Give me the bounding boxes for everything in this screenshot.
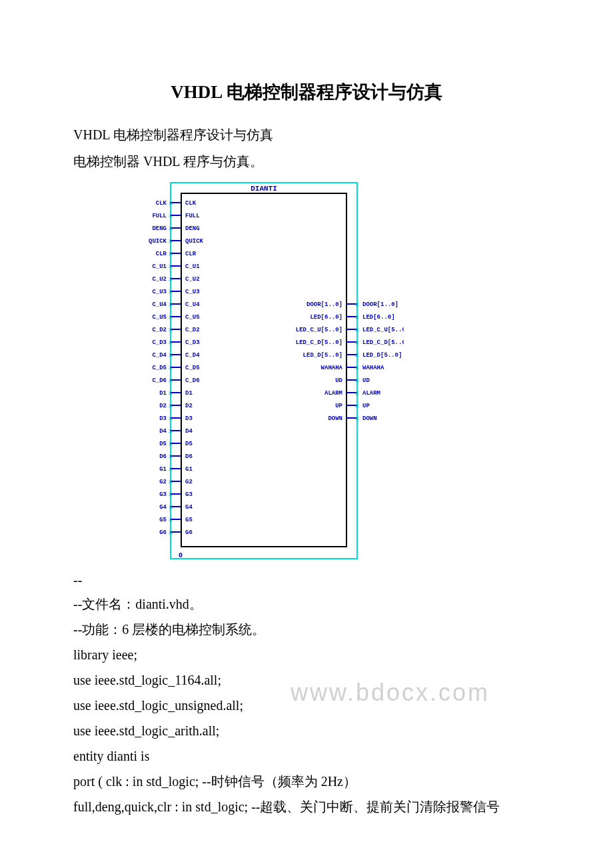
input-label-inner: G2 — [185, 479, 193, 485]
svg-text:✕: ✕ — [355, 415, 360, 423]
input-label-outer: FULL — [152, 213, 167, 219]
dash-separator: -- — [73, 568, 540, 592]
output-label-inner: ALARM — [324, 390, 342, 397]
input-label-inner: C_D3 — [185, 339, 200, 346]
input-label-inner: C_D2 — [185, 327, 200, 333]
inputs-group: CLK✕CLKFULL✕FULLDENG✕DENGQUICK✕QUICKCLR✕… — [149, 199, 204, 537]
output-label-outer: LED_C_D[5..0] — [362, 339, 404, 346]
input-label-inner: D1 — [185, 390, 193, 397]
input-label-inner: D2 — [185, 403, 193, 409]
input-label-inner: CLK — [185, 200, 197, 207]
input-label-outer: CLR — [156, 251, 167, 257]
diagram-title: DIANTI — [251, 185, 277, 193]
svg-text:✕: ✕ — [355, 339, 360, 347]
input-label-inner: C_U1 — [185, 263, 200, 270]
intro-line-2: 电梯控制器 VHDL 程序与仿真。 — [73, 149, 540, 173]
code-line-3: library ieee; — [73, 643, 540, 667]
code-line-8: port ( clk : in std_logic; --时钟信号（频率为 2H… — [73, 769, 540, 793]
input-label-inner: C_D4 — [185, 352, 200, 359]
output-label-inner: LED_C_U[5..0] — [296, 327, 342, 333]
code-line-4: use ieee.std_logic_1164.all; — [73, 668, 540, 692]
svg-text:✕: ✕ — [355, 364, 360, 372]
input-label-outer: D2 — [159, 403, 167, 409]
input-label-outer: C_U3 — [152, 289, 167, 295]
input-label-outer: QUICK — [149, 238, 167, 245]
svg-text:✕: ✕ — [355, 301, 360, 309]
input-label-inner: C_U2 — [185, 276, 200, 283]
svg-text:✕: ✕ — [355, 313, 360, 321]
input-label-inner: D3 — [185, 415, 193, 422]
input-label-outer: C_U2 — [152, 276, 167, 283]
svg-text:✕: ✕ — [355, 377, 360, 385]
input-label-inner: G6 — [185, 529, 193, 536]
input-label-outer: C_U4 — [152, 301, 167, 308]
input-label-inner: G4 — [185, 504, 193, 511]
svg-text:✕: ✕ — [355, 326, 360, 334]
input-label-inner: D4 — [185, 428, 193, 435]
output-label-outer: LED_D[5..0] — [362, 352, 402, 359]
input-label-outer: DENG — [152, 225, 167, 232]
input-label-inner: G1 — [185, 466, 193, 473]
input-label-outer: C_D4 — [152, 352, 167, 359]
input-label-outer: G6 — [159, 529, 167, 536]
zero-label: 0 — [179, 552, 183, 559]
output-label-inner: DOWN — [328, 415, 342, 422]
output-label-inner: LED_C_D[5..0] — [296, 339, 342, 346]
output-label-outer: UD — [362, 377, 370, 384]
input-label-inner: D6 — [185, 453, 193, 460]
input-label-inner: CLR — [185, 251, 197, 257]
block-diagram: www.bdocx.com DIANTI CLK✕CLKFULL✕FULLDEN… — [124, 181, 540, 564]
page-title: VHDL 电梯控制器程序设计与仿真 — [73, 80, 540, 104]
output-label-outer: LED_C_U[5..0] — [362, 327, 404, 333]
output-label-outer: LED[6..0] — [362, 314, 395, 321]
input-label-outer: CLK — [156, 200, 167, 207]
input-label-inner: C_U3 — [185, 289, 200, 295]
intro-line-1: VHDL 电梯控制器程序设计与仿真 — [73, 123, 540, 147]
input-label-inner: C_U5 — [185, 314, 200, 321]
input-label-inner: C_D5 — [185, 365, 200, 371]
code-line-6: use ieee.std_logic_arith.all; — [73, 719, 540, 743]
output-label-inner: DOOR[1..0] — [306, 301, 342, 308]
input-label-outer: G2 — [159, 479, 167, 485]
input-label-outer: C_U1 — [152, 263, 167, 270]
svg-text:✕: ✕ — [355, 351, 360, 359]
code-line-2: --功能：6 层楼的电梯控制系统。 — [73, 617, 540, 641]
output-label-outer: ALARM — [362, 390, 380, 397]
input-label-outer: G4 — [159, 504, 167, 511]
output-label-inner: LED[6..0] — [310, 314, 342, 321]
output-label-outer: UP — [362, 403, 370, 409]
input-label-outer: C_U5 — [152, 314, 167, 321]
code-line-9: full,deng,quick,clr : in std_logic; --超载… — [73, 795, 540, 819]
output-label-inner: UD — [335, 377, 342, 384]
output-label-inner: LED_D[5..0] — [303, 352, 342, 359]
input-label-outer: C_D2 — [152, 327, 167, 333]
input-label-inner: D5 — [185, 441, 193, 447]
input-label-outer: G5 — [159, 517, 167, 523]
input-label-inner: G3 — [185, 491, 193, 498]
code-line-5: use ieee.std_logic_unsigned.all; — [73, 693, 540, 717]
code-line-7: entity dianti is — [73, 744, 540, 768]
input-label-inner: DENG — [185, 225, 200, 232]
output-label-inner: UP — [335, 403, 342, 409]
input-label-outer: D3 — [159, 415, 167, 422]
output-label-outer: DOOR[1..0] — [362, 301, 398, 308]
input-label-outer: D5 — [159, 441, 167, 447]
svg-text:✕: ✕ — [355, 389, 360, 397]
input-label-inner: C_D6 — [185, 377, 200, 384]
input-label-inner: C_U4 — [185, 301, 200, 308]
output-label-outer: DOWN — [362, 415, 377, 422]
svg-text:✕: ✕ — [355, 402, 360, 410]
output-label-inner: WAHAHA — [321, 365, 343, 371]
input-label-outer: D1 — [159, 390, 167, 397]
input-label-outer: D4 — [159, 428, 167, 435]
outputs-group: DOOR[1..0]✕DOOR[1..0]LED[6..0]✕LED[6..0]… — [296, 301, 404, 423]
input-label-outer: C_D3 — [152, 339, 167, 346]
input-label-outer: G1 — [159, 466, 167, 473]
output-label-outer: WAHAHA — [362, 365, 384, 371]
input-label-outer: G3 — [159, 491, 167, 498]
input-label-inner: QUICK — [185, 238, 204, 245]
input-label-outer: D6 — [159, 453, 167, 460]
input-label-inner: G5 — [185, 517, 193, 523]
input-label-outer: C_D5 — [152, 365, 167, 371]
input-label-outer: C_D6 — [152, 377, 167, 384]
